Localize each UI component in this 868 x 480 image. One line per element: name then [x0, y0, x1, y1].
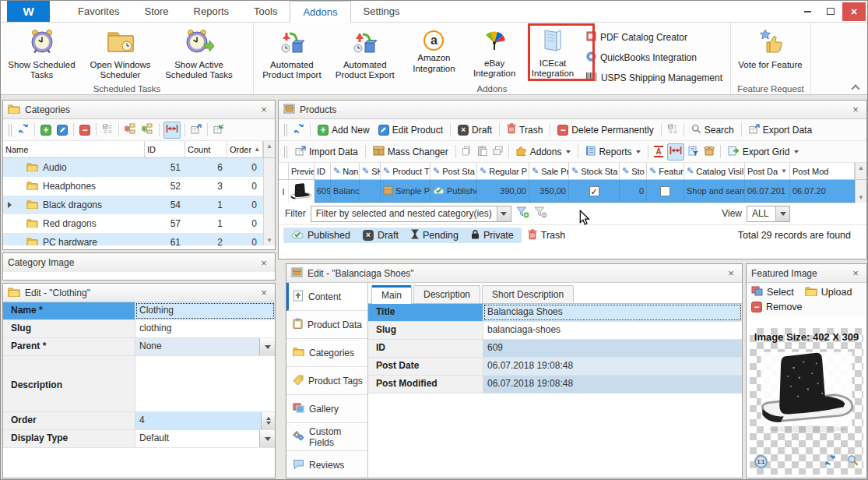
close-icon[interactable]: ×	[849, 267, 862, 279]
restore-button[interactable]	[819, 2, 842, 21]
best-fit-columns-button[interactable]	[667, 143, 684, 161]
column-header-sku[interactable]: ✎SK	[360, 163, 381, 179]
tab-gallery[interactable]: Gallery	[286, 395, 367, 423]
open-windows-scheduler-button[interactable]: Open Windows Scheduler	[81, 24, 160, 81]
show-scheduled-tasks-button[interactable]: Show Scheduled Tasks	[2, 24, 81, 81]
upload-image-button[interactable]: Upload	[805, 286, 852, 298]
dropdown-button[interactable]	[497, 206, 511, 221]
menu-addons[interactable]: Addons	[290, 1, 350, 23]
column-header-name[interactable]: Name	[3, 141, 145, 157]
close-icon[interactable]: ×	[849, 104, 862, 115]
mass-changer-button[interactable]: Mass Changer	[370, 143, 452, 161]
column-header-name[interactable]: ✎Nan	[331, 163, 360, 179]
column-header-post-modified[interactable]: Post Mod	[790, 163, 855, 179]
refresh-image-icon[interactable]	[824, 454, 836, 468]
close-icon[interactable]: ×	[258, 257, 270, 269]
addons-dropdown-button[interactable]: Addons	[513, 143, 575, 161]
category-row-black-dragons[interactable]: Black dragons 5410	[3, 196, 263, 214]
scrollbar-up[interactable]: ▲	[855, 163, 866, 179]
tab-product-data[interactable]: Product Data	[286, 311, 367, 339]
status-published[interactable]: Published	[286, 230, 355, 242]
icecat-integration-button[interactable]: ICEcat Integration	[522, 24, 583, 79]
minimize-button[interactable]	[796, 2, 819, 21]
paste-button[interactable]	[476, 143, 489, 161]
tab-description[interactable]: Description	[413, 285, 480, 303]
one-to-one-zoom-icon[interactable]: 1:1	[754, 455, 768, 468]
column-header-order[interactable]: Order▲	[227, 141, 263, 157]
tab-short-description[interactable]: Short Description	[482, 285, 574, 303]
column-header-sale-price[interactable]: ✎Sale Pr	[529, 163, 569, 179]
category-order-field[interactable]: 4	[135, 412, 261, 429]
export-grid-dropdown-button[interactable]: Export Grid	[725, 143, 803, 161]
order-spinner[interactable]	[261, 412, 275, 429]
scrollbar-down[interactable]: ▼	[855, 180, 866, 203]
category-row-pc-hardware[interactable]: PC hardware 6120	[3, 233, 263, 245]
category-row-headphones[interactable]: Headphones 5230	[3, 177, 263, 196]
filter-settings-button[interactable]	[687, 143, 700, 161]
category-row-red-dragons[interactable]: Red dragons 5710	[3, 214, 263, 233]
search-button[interactable]: Search	[688, 122, 737, 139]
open-box-button[interactable]	[702, 143, 716, 161]
delete-category-button[interactable]: −	[78, 122, 92, 139]
menu-reports[interactable]: Reports	[181, 1, 242, 22]
ebay-integration-button[interactable]: eBay Integration	[466, 24, 522, 79]
category-description-field[interactable]	[135, 356, 275, 411]
status-pending[interactable]: Pending	[406, 229, 463, 242]
menu-favorites[interactable]: Favorites	[65, 1, 132, 22]
refresh-products-button[interactable]	[292, 122, 306, 139]
category-row-audio[interactable]: Audio 5160	[3, 158, 263, 177]
category-filter-select[interactable]: Filter by selected and nested category(i…	[311, 206, 511, 222]
cell-stock-status[interactable]: ✓	[569, 180, 620, 203]
collapse-ribbon-button[interactable]	[852, 83, 859, 91]
delete-permanently-button[interactable]: −Delete Permanently	[554, 122, 656, 139]
category-name-field[interactable]: Clothing	[135, 302, 275, 319]
expand-node-icon[interactable]	[8, 202, 12, 208]
close-icon[interactable]: ×	[258, 287, 270, 298]
column-header-post-date[interactable]: Post Da▼	[745, 163, 790, 179]
add-category-button[interactable]: +	[39, 122, 53, 139]
column-header-catalog-visibility[interactable]: ✎Catalog Visil	[684, 163, 745, 179]
category-parent-field[interactable]: None	[135, 338, 259, 355]
menu-settings[interactable]: Settings	[351, 1, 413, 22]
duplicate-button[interactable]	[491, 143, 504, 161]
draft-button[interactable]: ×Draft	[455, 122, 495, 139]
add-new-button[interactable]: +Add New	[315, 122, 373, 139]
clear-filter-icon[interactable]	[534, 206, 547, 221]
close-button[interactable]: ×	[842, 2, 866, 21]
copy-button[interactable]	[460, 143, 473, 161]
status-private[interactable]: Private	[466, 229, 518, 242]
automated-product-import-button[interactable]: Automated Product Import	[255, 24, 329, 81]
cell-featured[interactable]	[647, 180, 684, 203]
collapse-tree-button[interactable]	[123, 122, 138, 139]
column-header-post-status[interactable]: ✎Post Sta	[430, 163, 477, 179]
edit-category-button[interactable]	[55, 122, 69, 139]
remove-image-button[interactable]: −Remove	[751, 302, 803, 312]
product-row[interactable]: I 609 Balancia Simple Pr Publishe 390,00…	[279, 180, 866, 203]
app-logo[interactable]: W	[7, 1, 50, 22]
view-select[interactable]: ALL	[747, 206, 790, 222]
column-header-product-type[interactable]: ✎Product T	[381, 163, 430, 179]
show-active-scheduled-tasks-button[interactable]: Show Active Scheduled Tasks	[160, 24, 238, 81]
checklist-columns-button[interactable]	[666, 122, 680, 139]
menu-tools[interactable]: Tools	[241, 1, 290, 22]
toolbar-drag-handle[interactable]	[284, 124, 287, 136]
status-draft[interactable]: ×Draft	[358, 230, 403, 241]
toolbar-drag-handle[interactable]	[284, 146, 287, 158]
best-fit-columns-button[interactable]	[163, 122, 181, 139]
dropdown-button[interactable]	[775, 206, 789, 221]
import-data-button[interactable]: Import Data	[292, 143, 361, 161]
select-image-button[interactable]: Select	[751, 286, 794, 298]
tab-content[interactable]: Content	[286, 283, 367, 311]
reports-dropdown-button[interactable]: Reports	[582, 143, 644, 161]
import-categories-button[interactable]	[189, 122, 203, 139]
scrollbar-up[interactable]: ▲	[263, 141, 275, 157]
column-header-preview[interactable]: Previe	[289, 163, 315, 179]
apply-filter-icon[interactable]	[516, 206, 529, 221]
close-icon[interactable]: ×	[258, 104, 270, 115]
export-categories-button[interactable]	[212, 122, 226, 139]
refresh-categories-button[interactable]	[16, 122, 30, 139]
tab-reviews[interactable]: Reviews	[286, 451, 367, 478]
automated-product-export-button[interactable]: Automated Product Export	[329, 24, 402, 81]
parent-dropdown-button[interactable]	[259, 338, 275, 355]
auto-width-button[interactable]: A	[652, 143, 664, 161]
